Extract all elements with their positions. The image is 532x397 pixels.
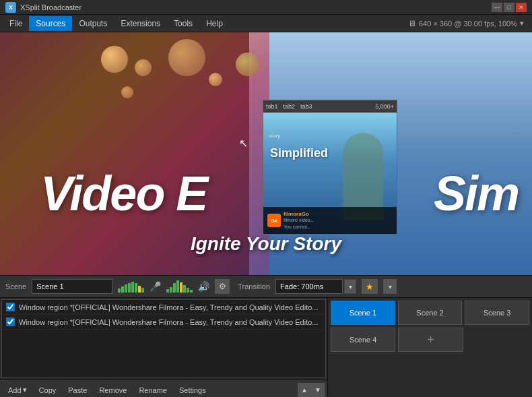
scenes-row-2: Scene 4 + [331, 328, 529, 352]
meter-bar [166, 289, 169, 293]
meter-bar [131, 282, 134, 293]
bubble-1 [101, 46, 128, 73]
sources-list: Window region *[OFFICIAL] Wondershare Fi… [1, 299, 326, 378]
audio-settings-button[interactable]: ⚙ [215, 279, 230, 294]
menu-file[interactable]: File [3, 16, 29, 31]
fw-logo-text: filmoraGo [284, 211, 393, 217]
meter-bar [135, 283, 137, 293]
audio-meter-1 [118, 280, 144, 293]
preview-text-ignite: Ignite Your Story [191, 233, 341, 255]
menu-extensions[interactable]: Extensions [114, 16, 167, 31]
scene-name-input[interactable] [32, 279, 112, 294]
fw-tab3: tab3 [300, 103, 312, 110]
source-text-1: Window region *[OFFICIAL] Wondershare Fi… [19, 303, 318, 311]
mic-icon[interactable]: 🎤 [149, 281, 161, 292]
app-title: XSplit Broadcaster [20, 3, 492, 11]
source-checkbox-1[interactable] [6, 303, 15, 311]
monitor-icon: 🖥 [408, 19, 416, 28]
fw-desc-2: You cannot... [284, 224, 393, 230]
minimize-button[interactable]: — [492, 3, 502, 12]
fw-btn: 5,000+ [375, 103, 394, 110]
bubble-5 [236, 53, 259, 76]
transition-dropdown-arrow[interactable]: ▾ [344, 279, 356, 294]
menu-help[interactable]: Help [199, 16, 230, 31]
source-actions: Add ▾ Copy Paste Remove Rename Settings … [0, 379, 327, 397]
source-text-2: Window region *[OFFICIAL] Wondershare Fi… [19, 318, 318, 326]
dropdown-icon[interactable]: ▾ [520, 19, 524, 28]
meter-bar [176, 280, 179, 293]
bottom-section: Scene 🎤 [0, 275, 532, 397]
add-label: Add [8, 386, 22, 394]
bubble-4 [209, 73, 222, 86]
scene-button-2[interactable]: Scene 2 [398, 301, 463, 325]
fw-content: story Simplified Go filmoraGo filmoro vi… [263, 113, 397, 234]
scenes-row-1: Scene 1 Scene 2 Scene 3 [331, 301, 529, 325]
meter-bar [180, 282, 182, 293]
meter-bar [125, 284, 127, 293]
transition-select-group: ▾ [275, 279, 356, 294]
scenes-panel: Scene 1 Scene 2 Scene 3 Scene 4 + [328, 298, 532, 397]
bubble-2 [135, 59, 152, 76]
preview-text-right: Sim [434, 166, 519, 221]
fw-simplified-text: Simplified [270, 146, 328, 160]
title-bar: X XSplit Broadcaster — □ ✕ [0, 0, 532, 15]
reorder-group: ▲ ▼ [298, 383, 325, 398]
floating-window-overlay: tab1 tab2 tab3 5,000+ story Simplified G… [263, 100, 397, 235]
meter-bar [128, 283, 131, 293]
fw-header: tab1 tab2 tab3 5,000+ [263, 100, 397, 113]
meter-bar [190, 290, 193, 293]
scene-spacer [466, 328, 529, 352]
audio-meter-group-2 [166, 280, 193, 293]
copy-source-button[interactable]: Copy [34, 384, 62, 396]
favorite-button[interactable]: ★ [362, 279, 378, 294]
audio-meter-group-1 [118, 280, 144, 293]
scene-button-3[interactable]: Scene 3 [465, 301, 529, 325]
extra-options-button[interactable]: ▾ [383, 279, 397, 294]
add-source-button[interactable]: Add ▾ [3, 384, 32, 396]
fw-bottom-bar: Go filmoraGo filmoro video... You cannot… [263, 207, 397, 234]
source-checkbox-2[interactable] [6, 317, 15, 326]
transition-input[interactable] [275, 279, 343, 294]
menu-bar: File Sources Outputs Extensions Tools He… [0, 15, 532, 32]
settings-source-button[interactable]: Settings [174, 384, 211, 396]
meter-bar [183, 285, 186, 293]
fw-story: story [269, 133, 280, 139]
sources-panel: Window region *[OFFICIAL] Wondershare Fi… [0, 298, 328, 397]
remove-source-button[interactable]: Remove [94, 384, 132, 396]
fw-tab1: tab1 [266, 103, 278, 110]
fw-tab2: tab2 [284, 103, 296, 110]
audio-meter-2 [166, 280, 193, 293]
move-up-button[interactable]: ▲ [298, 383, 311, 398]
close-button[interactable]: ✕ [516, 3, 527, 12]
add-dropdown-icon: ▾ [23, 386, 27, 394]
content-area: Window region *[OFFICIAL] Wondershare Fi… [0, 298, 532, 397]
meter-bar [173, 283, 176, 293]
scene-bar: Scene 🎤 [0, 275, 532, 298]
meter-bar [118, 288, 121, 293]
meter-bar [187, 288, 189, 293]
app-icon: X [5, 2, 16, 13]
meter-bar [138, 286, 141, 293]
maximize-button[interactable]: □ [504, 3, 514, 12]
resolution-text: 640 × 360 @ 30.00 fps, 100% [419, 20, 517, 28]
meter-bar [121, 286, 124, 293]
bubble-3 [168, 39, 205, 76]
paste-source-button[interactable]: Paste [63, 384, 92, 396]
scene-label: Scene [5, 282, 26, 291]
scene-button-1[interactable]: Scene 1 [331, 301, 395, 325]
rename-source-button[interactable]: Rename [133, 384, 172, 396]
bubble-6 [121, 86, 133, 98]
add-scene-button[interactable]: + [398, 328, 463, 352]
menu-tools[interactable]: Tools [167, 16, 199, 31]
menu-sources[interactable]: Sources [29, 16, 72, 31]
fw-desc-1: filmoro video... [284, 217, 393, 223]
resolution-info: 🖥 640 × 360 @ 30.00 fps, 100% ▾ [408, 19, 529, 28]
menu-outputs[interactable]: Outputs [72, 16, 114, 31]
speaker-icon[interactable]: 🔊 [198, 281, 209, 292]
scene-button-4[interactable]: Scene 4 [331, 328, 395, 352]
source-item-1: Window region *[OFFICIAL] Wondershare Fi… [2, 300, 325, 315]
move-down-button[interactable]: ▼ [311, 383, 325, 398]
meter-bar [141, 288, 144, 293]
transition-label: Transition [238, 282, 270, 291]
fw-logo-icon: Go [267, 214, 281, 227]
